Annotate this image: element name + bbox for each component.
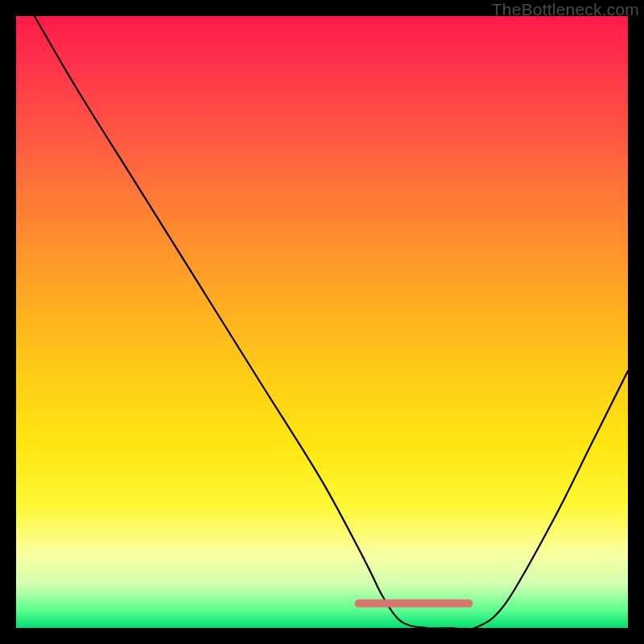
bottleneck-curve-path — [35, 16, 628, 628]
chart-plot-area — [16, 16, 628, 628]
chart-svg — [16, 16, 628, 628]
watermark-text: TheBottleneck.com — [492, 0, 639, 19]
